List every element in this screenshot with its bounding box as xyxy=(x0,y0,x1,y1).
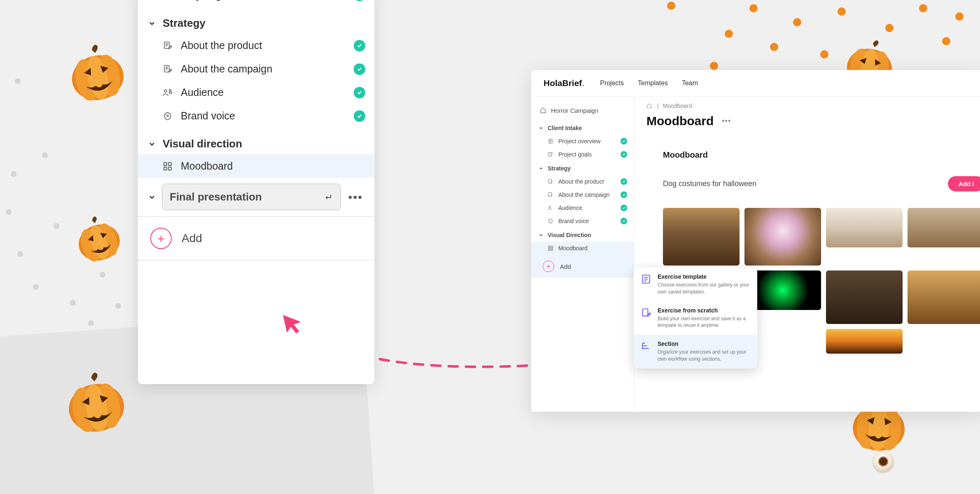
sidebar-item[interactable]: Audience xyxy=(531,201,634,214)
decoration-dot xyxy=(54,223,59,229)
check-icon xyxy=(354,110,365,122)
moodboard-image[interactable] xyxy=(826,270,903,324)
moodboard-image[interactable] xyxy=(908,208,980,247)
svg-rect-23 xyxy=(551,249,553,250)
sidebar-section-title: Client Intake xyxy=(548,125,582,131)
doc-edit-icon xyxy=(162,41,173,51)
outline-item[interactable]: Brand voice xyxy=(138,104,374,128)
decoration-dot xyxy=(942,37,950,45)
section-name-input[interactable]: Final presentation xyxy=(162,184,341,210)
outline-item[interactable]: Audience xyxy=(138,81,374,104)
add-image-button[interactable]: Add i xyxy=(948,176,980,191)
menu-item-title: Section xyxy=(658,340,751,349)
decoration-dot xyxy=(725,30,733,38)
more-button[interactable]: ••• xyxy=(346,191,365,204)
decoration-dot xyxy=(33,284,39,290)
moodboard-image[interactable] xyxy=(663,208,740,266)
check-icon xyxy=(354,40,365,51)
check-icon xyxy=(621,151,627,158)
sidebar-item[interactable]: About the product xyxy=(531,175,634,188)
pumpkin-decoration xyxy=(57,364,133,440)
outline-item[interactable]: About the campaign xyxy=(138,57,374,81)
svg-rect-14 xyxy=(168,167,171,170)
sidebar-item[interactable]: About the campaign xyxy=(531,188,634,201)
svg-point-19 xyxy=(549,206,551,208)
outline-item-label: About the product xyxy=(181,40,346,51)
outline-item[interactable]: Project goals xyxy=(138,0,374,7)
moodboard-image[interactable] xyxy=(826,329,903,354)
chevron-down-icon xyxy=(147,139,157,149)
svg-rect-11 xyxy=(164,163,167,165)
decoration-dot xyxy=(710,62,718,70)
decoration-dot xyxy=(838,7,846,16)
svg-point-8 xyxy=(169,89,171,91)
breadcrumb-current: Moodboard xyxy=(663,103,692,109)
more-button[interactable]: ••• xyxy=(722,117,731,126)
svg-rect-6 xyxy=(164,65,169,72)
sidebar: Horror Campaign Client Intake Project ov… xyxy=(531,97,634,412)
sidebar-section-header[interactable]: Strategy xyxy=(531,161,634,175)
svg-point-10 xyxy=(167,115,168,117)
outline-item[interactable]: About the product xyxy=(138,34,374,57)
decoration-dot xyxy=(885,24,894,32)
menu-item-section[interactable]: Section Organize your exercises and set … xyxy=(634,335,757,368)
sidebar-project-name: Horror Campaign xyxy=(551,107,598,114)
decoration-dot xyxy=(6,209,12,215)
pumpkin-decoration xyxy=(67,207,129,270)
decoration-dot xyxy=(42,152,48,158)
sidebar-item[interactable]: Brand voice xyxy=(531,214,634,228)
check-icon xyxy=(621,178,627,185)
outline-item-label: Project goals xyxy=(181,0,346,1)
sidebar-item-label: Project goals xyxy=(558,151,616,158)
template-icon xyxy=(640,273,652,285)
nav-projects[interactable]: Projects xyxy=(600,79,624,87)
sidebar-add-button[interactable]: ＋ Add xyxy=(531,255,634,278)
decoration-dot xyxy=(115,303,121,309)
check-icon xyxy=(621,205,627,211)
outline-section-header[interactable]: Visual direction xyxy=(138,128,374,154)
chevron-down-icon xyxy=(539,126,544,130)
pumpkin-decoration xyxy=(60,36,133,110)
svg-rect-21 xyxy=(551,246,553,248)
decoration-dot xyxy=(15,78,21,84)
decoration-dot xyxy=(11,171,16,177)
svg-rect-18 xyxy=(548,193,551,196)
add-button[interactable]: ＋ Add xyxy=(138,217,374,260)
decoration-dot xyxy=(919,4,927,12)
sidebar-item[interactable]: Project overview xyxy=(531,135,634,148)
sidebar-item-selected[interactable]: Moodboard xyxy=(531,242,634,255)
moodboard-image[interactable] xyxy=(908,270,980,324)
breadcrumb-separator: | xyxy=(657,103,659,109)
outline-panel: Project goals Strategy About the product… xyxy=(138,0,374,384)
home-icon[interactable] xyxy=(646,103,653,109)
sidebar-section-header[interactable]: Visual Direction xyxy=(531,228,634,242)
menu-item-exercise-scratch[interactable]: Exercise from scratch Build your own exe… xyxy=(634,301,757,335)
sidebar-project-link[interactable]: Horror Campaign xyxy=(531,103,634,121)
sidebar-section-header[interactable]: Client Intake xyxy=(531,121,634,135)
sidebar-add-label: Add xyxy=(560,263,571,270)
nav-templates[interactable]: Templates xyxy=(638,79,668,87)
moodboard-image[interactable] xyxy=(744,208,821,266)
moodboard-image[interactable] xyxy=(826,208,903,247)
menu-item-desc: Build your own exercise and save it as a… xyxy=(658,315,751,329)
doc-icon xyxy=(547,138,554,144)
nav-team[interactable]: Team xyxy=(682,79,698,87)
doc-edit-icon xyxy=(547,192,554,198)
sidebar-item[interactable]: Project goals xyxy=(531,148,634,161)
chevron-down-icon xyxy=(539,166,544,171)
svg-rect-17 xyxy=(548,179,551,183)
outline-section-title: Strategy xyxy=(163,17,205,30)
doc-edit-icon xyxy=(162,64,173,74)
card-title: Moodboard xyxy=(663,150,980,176)
brand-logo[interactable]: HolaBrief. xyxy=(544,78,584,88)
decoration-dot xyxy=(100,272,105,277)
people-icon xyxy=(162,88,173,98)
target-icon xyxy=(162,0,173,0)
menu-item-exercise-template[interactable]: Exercise template Choose exercises from … xyxy=(634,268,757,301)
eyeball-decoration xyxy=(873,451,894,472)
outline-section-header[interactable]: Strategy xyxy=(138,7,374,34)
section-name-value: Final presentation xyxy=(170,191,262,203)
check-icon xyxy=(621,218,627,224)
outline-editing-section: Final presentation ••• xyxy=(138,178,374,216)
outline-item-selected[interactable]: Moodboard xyxy=(138,154,374,178)
